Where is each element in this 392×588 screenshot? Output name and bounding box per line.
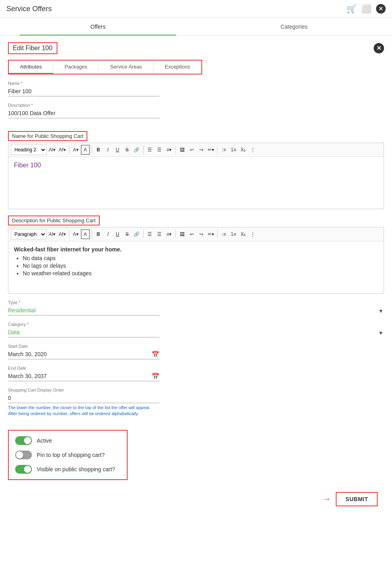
- desc-bold-text: Wicked-fast fiber internet for your home…: [14, 246, 378, 253]
- visible-toggle-label: Visible on public shopping cart?: [37, 466, 115, 472]
- desc-italic-btn[interactable]: I: [104, 229, 112, 239]
- desc-subscript-btn[interactable]: X₂: [239, 229, 248, 239]
- cart-icon[interactable]: 🛒: [347, 4, 357, 14]
- desc-font-family-btn[interactable]: Af▾: [57, 229, 67, 239]
- sub-tab-service-areas[interactable]: Service Areas: [99, 61, 154, 74]
- category-select-arrow: ▾: [379, 329, 382, 336]
- desc-font-color-btn[interactable]: A▾: [71, 229, 80, 239]
- end-date-calendar-icon[interactable]: 📅: [152, 372, 160, 380]
- bullet-list-btn[interactable]: :≡: [220, 145, 229, 155]
- active-toggle[interactable]: [15, 436, 32, 445]
- ordered-list-btn[interactable]: ☰: [155, 145, 164, 155]
- desc-editor-toolbar: Paragraph Heading 1 Heading 2 Heading 3 …: [8, 227, 384, 241]
- pin-toggle-label: Pin to top of shopping cart?: [37, 452, 104, 458]
- submit-button[interactable]: SUBMIT: [336, 492, 378, 506]
- active-toggle-slider: [15, 436, 32, 445]
- active-toggle-label: Active: [37, 437, 52, 444]
- category-select[interactable]: Data Voice TV: [8, 327, 160, 337]
- public-cart-desc-content[interactable]: Wicked-fast fiber internet for your home…: [8, 241, 384, 293]
- more-btn[interactable]: ⋮: [248, 145, 257, 155]
- type-label: Type *: [8, 300, 384, 305]
- active-toggle-knob: [24, 437, 31, 444]
- desc-underline-btn[interactable]: U: [113, 229, 122, 239]
- start-date-label: Start Date: [8, 344, 384, 349]
- desc-list-item-1: No data caps: [23, 255, 378, 261]
- desc-bg-color-btn[interactable]: A: [81, 229, 90, 239]
- toggles-section: Active Pin to top of shopping cart? Visi…: [8, 430, 128, 480]
- desc-num-list-btn[interactable]: 1≡: [229, 229, 238, 239]
- public-cart-desc-editor: Paragraph Heading 1 Heading 2 Heading 3 …: [8, 227, 384, 294]
- desc-image-btn[interactable]: 🖼: [178, 229, 187, 239]
- end-date-value: March 30, 2037: [8, 371, 152, 381]
- description-label: Description *: [8, 103, 384, 108]
- highlight-btn[interactable]: ✏▾: [207, 145, 215, 155]
- toolbar-sep-2: [92, 146, 92, 154]
- end-date-group: End Date March 30, 2037 📅: [8, 366, 384, 381]
- desc-list-btn[interactable]: ☰: [146, 229, 154, 239]
- toolbar-sep-4: [175, 146, 176, 154]
- desc-redo-btn[interactable]: ↪: [197, 229, 206, 239]
- image-btn[interactable]: 🖼: [178, 145, 187, 155]
- desc-toolbar-sep-1: [69, 230, 69, 238]
- desc-list-item-2: No lags or delays: [23, 263, 378, 269]
- sub-tab-exceptions[interactable]: Exceptions: [154, 61, 201, 74]
- desc-undo-btn[interactable]: ↩: [187, 229, 196, 239]
- desc-font-size-btn[interactable]: AI▾: [47, 229, 57, 239]
- cart-order-input[interactable]: [8, 393, 160, 403]
- undo-btn[interactable]: ↩: [187, 145, 196, 155]
- start-date-calendar-icon[interactable]: 📅: [152, 351, 160, 358]
- tab-categories[interactable]: Categories: [196, 18, 392, 35]
- tab-offers[interactable]: Offers: [0, 18, 196, 35]
- submit-arrow-icon: →: [322, 494, 331, 504]
- name-editor-toolbar: Heading 2 Paragraph Heading 1 Heading 3 …: [8, 143, 384, 157]
- bg-color-btn[interactable]: A: [81, 145, 90, 155]
- cart-order-label: Shopping Cart Display Order: [8, 388, 384, 392]
- bold-btn[interactable]: B: [94, 145, 103, 155]
- underline-btn[interactable]: U: [113, 145, 122, 155]
- desc-highlight-btn[interactable]: ✏▾: [207, 229, 215, 239]
- content-area: Edit Fiber 100 ✕ Attributes Packages Ser…: [0, 36, 392, 517]
- redo-btn[interactable]: ↪: [197, 145, 206, 155]
- link-btn[interactable]: 🔗: [132, 145, 141, 155]
- subscript-btn[interactable]: X₂: [239, 145, 248, 155]
- visible-toggle-knob: [24, 466, 31, 473]
- public-cart-name-editor: Heading 2 Paragraph Heading 1 Heading 3 …: [8, 143, 384, 209]
- public-cart-desc-label: Description for Public Shopping Cart: [8, 216, 100, 225]
- public-cart-name-label: Name for Public Shopping Cart: [8, 131, 87, 141]
- type-select[interactable]: Residential Commercial: [8, 306, 160, 316]
- main-tabs: Offers Categories: [0, 18, 392, 36]
- edit-close-button[interactable]: ✕: [374, 43, 384, 53]
- sub-tab-packages[interactable]: Packages: [53, 61, 99, 74]
- visible-toggle[interactable]: [15, 465, 32, 474]
- desc-align-btn[interactable]: ≡▾: [165, 229, 173, 239]
- window-icon[interactable]: ⬜: [361, 4, 371, 14]
- desc-link-btn[interactable]: 🔗: [132, 229, 141, 239]
- font-size-btn[interactable]: AI▾: [47, 145, 57, 155]
- start-date-group: Start Date March 30, 2020 📅: [8, 344, 384, 359]
- strikethrough-btn[interactable]: S: [123, 145, 132, 155]
- italic-btn[interactable]: I: [104, 145, 112, 155]
- description-input[interactable]: [8, 108, 160, 118]
- toolbar-sep-3: [143, 146, 144, 154]
- align-btn[interactable]: ≡▾: [165, 145, 173, 155]
- submit-row: → SUBMIT: [8, 488, 384, 510]
- desc-bullet-list-btn[interactable]: :≡: [220, 229, 229, 239]
- font-family-btn[interactable]: Af▾: [57, 145, 67, 155]
- desc-strikethrough-btn[interactable]: S: [123, 229, 132, 239]
- category-field-group: Category * Data Voice TV ▾: [8, 322, 384, 337]
- app-close-button[interactable]: ✕: [376, 4, 386, 14]
- sub-tab-attributes[interactable]: Attributes: [9, 61, 53, 74]
- desc-toolbar-sep-2: [92, 230, 92, 238]
- num-list-btn[interactable]: 1≡: [229, 145, 238, 155]
- public-cart-name-content[interactable]: Fiber 100: [8, 157, 384, 209]
- name-input[interactable]: [8, 86, 160, 96]
- desc-bold-btn[interactable]: B: [94, 229, 103, 239]
- font-color-btn[interactable]: A▾: [71, 145, 80, 155]
- pin-toggle[interactable]: [15, 451, 32, 459]
- cart-order-hint: The lower the number, the closer to the …: [8, 405, 160, 417]
- desc-ordered-list-btn[interactable]: ☰: [155, 229, 164, 239]
- desc-heading-select[interactable]: Paragraph Heading 1 Heading 2 Heading 3: [11, 229, 47, 239]
- list-btn[interactable]: ☰: [146, 145, 154, 155]
- heading-select[interactable]: Heading 2 Paragraph Heading 1 Heading 3: [11, 145, 47, 155]
- desc-more-btn[interactable]: ⋮: [248, 229, 257, 239]
